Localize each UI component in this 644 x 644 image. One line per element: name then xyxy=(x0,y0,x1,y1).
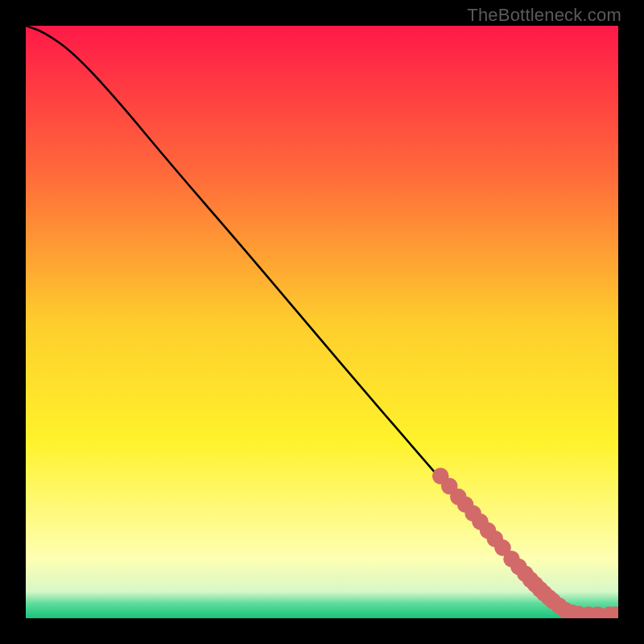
watermark-text: TheBottleneck.com xyxy=(467,5,621,26)
chart-stage: TheBottleneck.com xyxy=(0,0,644,644)
plot-area xyxy=(26,26,618,618)
gradient-background xyxy=(26,26,618,618)
chart-svg xyxy=(26,26,618,618)
